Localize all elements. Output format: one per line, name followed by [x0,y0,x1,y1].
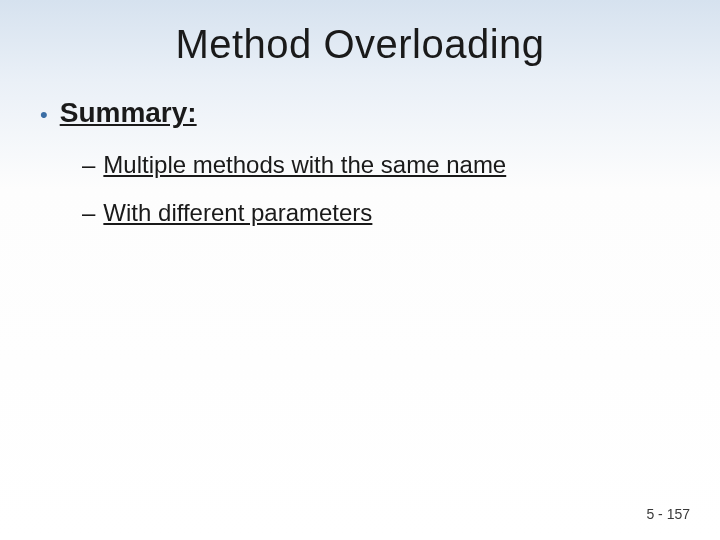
page-number: 5 - 157 [646,506,690,522]
slide-body: • Summary: – Multiple methods with the s… [0,67,720,227]
slide-title: Method Overloading [0,0,720,67]
bullet-summary: • Summary: [40,97,720,129]
point-1-text: Multiple methods with the same name [103,151,506,179]
summary-label: Summary: [60,97,197,129]
dash-icon: – [82,199,95,227]
bullet-dot-icon: • [40,104,48,126]
bullet-point-1: – Multiple methods with the same name [82,151,720,179]
bullet-point-2: – With different parameters [82,199,720,227]
point-2-text: With different parameters [103,199,372,227]
dash-icon: – [82,151,95,179]
